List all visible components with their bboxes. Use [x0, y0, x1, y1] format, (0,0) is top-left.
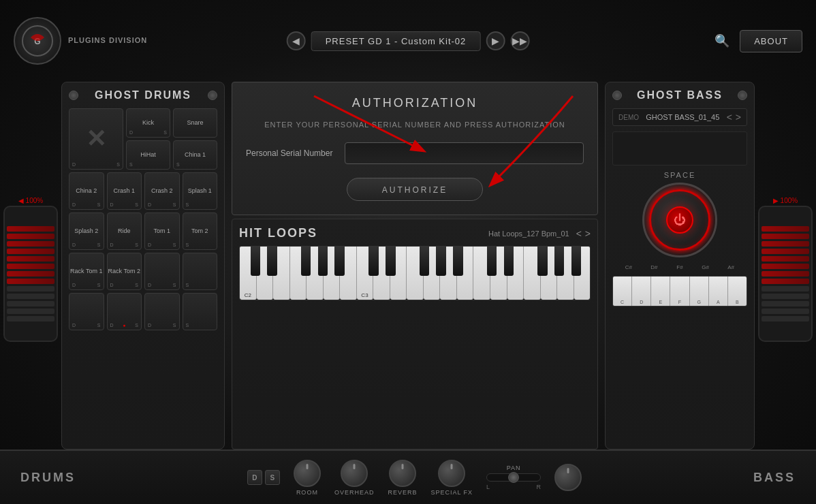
piano-key-cs2[interactable]: [251, 246, 260, 276]
about-button[interactable]: ABOUT: [740, 30, 802, 52]
pad-name: Crash 1: [113, 187, 135, 194]
pad-controls: DS: [127, 130, 170, 135]
drum-pad-china2[interactable]: China 2 DS: [69, 172, 104, 210]
pan-left-label: L: [486, 484, 490, 490]
piano-key-fs3[interactable]: [420, 246, 429, 276]
serial-number-input[interactable]: [345, 142, 584, 164]
d-button[interactable]: D: [247, 470, 262, 485]
bass-knob[interactable]: [554, 464, 582, 491]
reverb-knob[interactable]: [389, 460, 416, 487]
led-bar-dim: [7, 294, 54, 299]
drum-pad-splash2[interactable]: Splash 2 DS: [69, 212, 104, 250]
hit-loops-preset-name: Hat Loops_127 Bpm_01: [488, 230, 569, 238]
drum-pad-hihat[interactable]: HiHat S: [126, 140, 170, 170]
drum-pad-empty6[interactable]: S: [183, 293, 218, 330]
preset-next-button[interactable]: ▶▶: [510, 31, 529, 50]
bass-key-c[interactable]: C: [613, 277, 632, 306]
drum-pad-crash1[interactable]: Crash 1 DS: [107, 172, 142, 210]
bass-key-label-a: A: [709, 300, 727, 304]
piano-key-fs2[interactable]: [301, 246, 311, 276]
hit-loops-prev-icon[interactable]: <: [576, 228, 582, 239]
bass-keyboard-container: C# D# F# G# A# C D E F G A B: [612, 264, 747, 306]
pan-label: PAN: [507, 464, 521, 471]
bass-next-icon[interactable]: >: [736, 112, 741, 123]
hit-loops-nav[interactable]: < >: [576, 228, 591, 239]
pad-controls: DS: [145, 283, 179, 287]
drum-pad-kick-main[interactable]: ✕ DS: [69, 108, 123, 170]
bass-key-label-e: E: [651, 300, 670, 304]
preset-play-button[interactable]: ▶: [486, 31, 505, 50]
bass-prev-icon[interactable]: <: [727, 112, 732, 123]
drum-pad-empty2[interactable]: S: [183, 253, 218, 290]
piano-key-ds2[interactable]: [267, 246, 277, 276]
piano-key-cs4[interactable]: [487, 246, 497, 276]
special-fx-label: SPECIAL FX: [430, 489, 473, 496]
drum-pad-empty1[interactable]: DS: [144, 253, 180, 290]
pad-controls: DS: [108, 242, 142, 247]
drum-pad-ride[interactable]: Ride DS: [107, 212, 142, 250]
authorize-button[interactable]: AUTHORIZE: [347, 178, 483, 201]
drum-row-4: Rack Tom 1 DS Rack Tom 2 DS DS: [69, 253, 217, 290]
pan-control: PAN L R: [486, 464, 541, 490]
drum-pad-crash2[interactable]: Crash 2 DS: [144, 172, 180, 210]
bass-key-d[interactable]: D: [632, 277, 651, 306]
drum-pad-splash1[interactable]: Splash 1 S: [183, 172, 218, 210]
led-bar-dim: [762, 301, 809, 306]
preset-prev-button[interactable]: ◀: [287, 31, 306, 50]
drum-pad-empty4[interactable]: D●S: [107, 293, 142, 330]
hit-loops-next-icon[interactable]: >: [585, 228, 591, 239]
pan-thumb: [508, 472, 519, 483]
pad-controls: S: [174, 162, 217, 167]
room-knob[interactable]: [294, 460, 321, 487]
search-icon[interactable]: 🔍: [715, 33, 729, 48]
piano-key-gs4[interactable]: [554, 246, 564, 276]
special-fx-knob[interactable]: [438, 460, 465, 487]
piano-key-ds4[interactable]: [504, 246, 514, 276]
drum-pad-snare[interactable]: Snare: [173, 108, 217, 138]
auth-field-row: Personal Serial Number: [246, 142, 584, 164]
piano-key-gs2[interactable]: [318, 246, 328, 276]
bass-key-label-c: C: [613, 300, 631, 304]
piano-key-as3[interactable]: [453, 246, 462, 276]
power-button[interactable]: ⏻: [666, 206, 693, 234]
led-bar: [7, 264, 54, 269]
bass-key-g[interactable]: G: [690, 277, 709, 306]
bass-key-label-d: D: [632, 300, 650, 304]
drum-pad-empty3[interactable]: DS: [69, 293, 104, 330]
overhead-knob[interactable]: [341, 460, 368, 487]
hit-loops-header: HIT LOOPS Hat Loops_127 Bpm_01 < >: [239, 226, 591, 240]
pan-slider[interactable]: [486, 473, 541, 482]
bass-key-a[interactable]: A: [709, 277, 728, 306]
bass-key-label-f: F: [670, 300, 689, 304]
piano-key-gs3[interactable]: [436, 246, 445, 276]
drum-pad-racktom1[interactable]: Rack Tom 1 DS: [69, 253, 104, 290]
right-led-strip: [758, 206, 813, 342]
space-knob-ring: ⏻: [649, 189, 710, 251]
panels-area: GHOST DRUMS ✕ DS Kick DS: [61, 82, 755, 450]
led-bar: [7, 249, 54, 254]
left-play-icon: ◀ 100%: [18, 197, 43, 204]
app-logo: G: [14, 17, 61, 65]
bass-key-b[interactable]: B: [728, 277, 747, 306]
drum-pad-china1[interactable]: China 1 S: [173, 140, 217, 170]
drum-pads-grid: ✕ DS Kick DS HiHat S: [69, 108, 217, 330]
drum-pad-tom2[interactable]: Tom 2 S: [183, 212, 218, 250]
bass-demo-bar: DEMO GHOST BASS_01_45 < >: [612, 108, 747, 126]
pan-right-label: R: [537, 484, 542, 490]
drum-pad-racktom2[interactable]: Rack Tom 2 DS: [107, 253, 142, 290]
s-button[interactable]: S: [265, 470, 280, 485]
piano-key-fs4[interactable]: [537, 246, 547, 276]
drum-pad-empty5[interactable]: DS: [144, 293, 180, 330]
bass-key-e[interactable]: E: [651, 277, 670, 306]
piano-key-ds3[interactable]: [386, 246, 395, 276]
piano-key-cs3[interactable]: [368, 246, 378, 276]
drum-pad-kick[interactable]: Kick DS: [126, 108, 170, 138]
ds-buttons: D S: [247, 470, 280, 485]
bass-key-f[interactable]: F: [670, 277, 689, 306]
piano-key-as2[interactable]: [334, 246, 344, 276]
drum-pad-tom1[interactable]: Tom 1 DS: [144, 212, 180, 250]
kick-controls: DS: [69, 162, 123, 167]
bass-keyboard: C D E F G A B: [612, 276, 747, 306]
space-knob[interactable]: ⏻: [642, 183, 717, 257]
piano-key-as4[interactable]: [571, 246, 581, 276]
